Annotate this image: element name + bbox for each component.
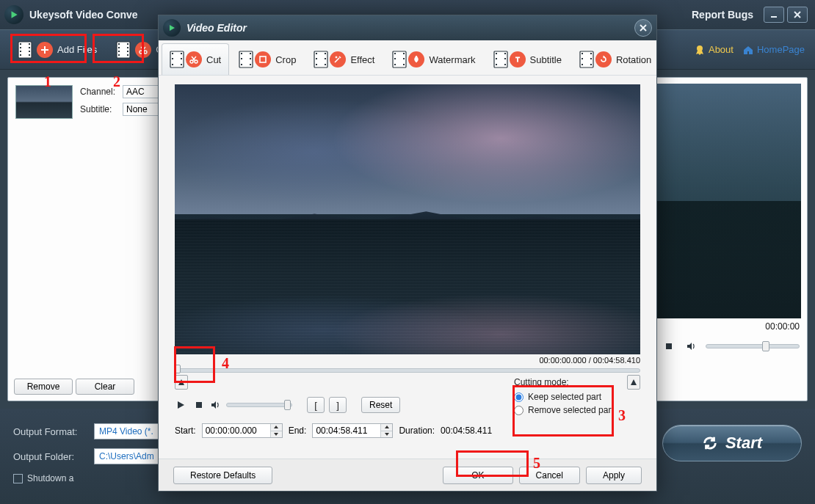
editor-volume-slider[interactable] — [226, 403, 292, 407]
spin-down-icon[interactable] — [380, 431, 392, 438]
scissors-icon — [186, 51, 202, 67]
svg-rect-71 — [582, 53, 583, 54]
radio-input[interactable] — [514, 392, 524, 402]
spin-up-icon[interactable] — [380, 424, 392, 431]
preview-panel: 00:00:00 — [631, 77, 808, 401]
tab-subtitle-label: Subtitle — [530, 54, 562, 65]
keep-selected-radio[interactable]: Keep selected part — [514, 392, 640, 402]
editor-close-button[interactable] — [634, 19, 652, 37]
channel-select[interactable] — [123, 85, 162, 98]
svg-rect-31 — [172, 53, 173, 54]
film-icon — [579, 51, 594, 68]
preview-volume-slider[interactable] — [706, 344, 800, 348]
svg-rect-32 — [172, 58, 173, 59]
svg-rect-58 — [394, 64, 396, 65]
cancel-button[interactable]: Cancel — [519, 467, 580, 484]
restore-defaults-button[interactable]: Restore Defaults — [173, 467, 272, 484]
add-files-label: Add Files — [57, 44, 97, 55]
clear-button[interactable]: Clear — [76, 379, 134, 395]
svg-point-54 — [336, 56, 337, 58]
svg-rect-66 — [504, 53, 506, 54]
wand-icon — [330, 51, 346, 67]
spin-down-icon[interactable] — [270, 431, 282, 438]
svg-rect-63 — [496, 53, 497, 54]
homepage-link[interactable]: HomePage — [742, 44, 805, 56]
ok-button[interactable]: OK — [443, 467, 512, 484]
subtitle-select[interactable] — [123, 103, 162, 116]
close-button[interactable] — [787, 7, 808, 23]
tab-effect[interactable]: Effect — [305, 43, 383, 75]
annotation-number-4: 4 — [222, 355, 229, 372]
tab-effect-label: Effect — [350, 54, 374, 65]
output-format-select[interactable]: MP4 Video (*. — [94, 423, 160, 439]
svg-rect-20 — [127, 51, 128, 52]
reset-button[interactable]: Reset — [361, 397, 400, 413]
app-logo-icon — [4, 5, 23, 24]
spin-up-icon[interactable] — [270, 424, 282, 431]
tab-watermark[interactable]: Watermark — [384, 43, 483, 75]
svg-rect-73 — [582, 64, 583, 65]
svg-rect-56 — [394, 53, 396, 54]
volume-icon — [684, 339, 698, 354]
start-time-input[interactable]: 00:00:00.000 — [202, 423, 283, 438]
main-title: Ukeysoft Video Conve — [29, 9, 138, 21]
output-format-label: Output Format: — [13, 426, 94, 437]
apply-button[interactable]: Apply — [586, 467, 642, 484]
remove-button[interactable]: Remove — [14, 379, 73, 395]
svg-rect-51 — [325, 53, 326, 54]
svg-rect-18 — [127, 43, 128, 45]
tab-crop[interactable]: Crop — [231, 43, 304, 75]
svg-text:T: T — [515, 56, 520, 63]
tab-watermark-label: Watermark — [429, 54, 475, 65]
tab-crop-label: Crop — [275, 54, 296, 65]
mark-out-button[interactable]: ] — [329, 397, 347, 413]
start-button[interactable]: Start — [662, 425, 802, 461]
svg-rect-68 — [504, 64, 506, 65]
annotation-number-5: 5 — [533, 455, 540, 472]
svg-rect-26 — [666, 343, 672, 349]
preview-stop-button[interactable] — [662, 339, 676, 354]
film-icon — [493, 51, 508, 68]
volume-icon — [210, 399, 222, 411]
tab-cut[interactable]: Cut — [162, 43, 229, 75]
svg-rect-48 — [316, 53, 317, 54]
end-label: End: — [289, 426, 307, 436]
svg-rect-10 — [29, 47, 30, 48]
editor-stop-button[interactable] — [192, 398, 206, 412]
rotate-icon — [595, 51, 612, 67]
svg-rect-7 — [20, 51, 21, 52]
film-icon — [392, 51, 407, 68]
svg-rect-17 — [118, 54, 120, 56]
svg-point-24 — [697, 45, 703, 51]
tab-subtitle[interactable]: T Subtitle — [485, 43, 570, 75]
svg-rect-8 — [20, 54, 21, 56]
mark-in-button[interactable]: [ — [307, 397, 325, 413]
homepage-label: HomePage — [757, 44, 805, 55]
film-icon — [18, 40, 34, 59]
drop-icon — [408, 51, 424, 67]
minimize-button[interactable] — [764, 7, 784, 23]
svg-rect-15 — [118, 47, 120, 48]
svg-rect-14 — [118, 43, 120, 45]
home-icon — [742, 44, 754, 56]
film-icon — [116, 40, 132, 59]
svg-rect-43 — [250, 53, 251, 54]
output-folder-input[interactable]: C:\Users\Adm — [94, 448, 160, 464]
tab-rotation[interactable]: Rotation — [571, 43, 659, 75]
svg-rect-36 — [181, 64, 182, 65]
add-files-button[interactable]: Add Files — [10, 36, 104, 64]
svg-rect-72 — [582, 58, 583, 59]
end-time-input[interactable]: 00:04:58.411 — [312, 423, 393, 438]
svg-rect-40 — [241, 53, 242, 54]
editor-seek-slider[interactable] — [175, 366, 640, 373]
svg-rect-45 — [250, 64, 251, 65]
svg-rect-6 — [20, 47, 21, 48]
svg-rect-53 — [325, 64, 326, 65]
svg-rect-65 — [496, 64, 497, 65]
svg-rect-44 — [250, 58, 251, 59]
editor-play-button[interactable] — [175, 398, 188, 412]
about-link[interactable]: About — [694, 44, 734, 56]
radio-input[interactable] — [514, 406, 524, 415]
trim-start-handle[interactable] — [175, 375, 188, 390]
report-bugs-link[interactable]: Report Bugs — [692, 9, 753, 21]
